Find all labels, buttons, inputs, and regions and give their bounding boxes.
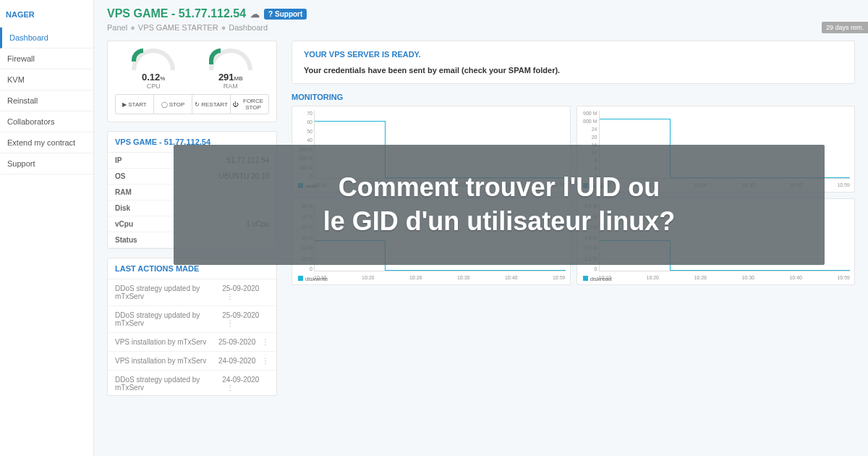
vps-controls: ▶ START ◯ STOP ↻ RESTART ⏻ FORCE STOP [115,94,269,114]
action-item: DDoS strategy updated by mTxServ25-09-20… [108,306,276,333]
ready-text: Your credentials have been sent by email… [304,66,843,75]
stop-button[interactable]: ◯ STOP [154,95,192,114]
ram-gauge: 291MB RAM [198,48,263,90]
monitoring-title: MONITORING [292,93,855,101]
restart-button[interactable]: ↻ RESTART [192,95,231,114]
action-item: DDoS strategy updated by mTxServ25-09-20… [108,279,276,306]
cpu-gauge: 0.12% CPU [121,48,186,90]
action-item: DDoS strategy updated by mTxServ24-09-20… [108,371,276,395]
ready-title: YOUR VPS SERVER IS READY. [304,50,843,59]
overlay-title: Comment trouver l'UID ou le GID d'un uti… [174,145,825,265]
gauge-panel: 0.12% CPU 291MB RAM ▶ START ◯ STOP ↻ RES… [107,41,277,122]
sidebar-title: NAGER [0,7,93,22]
ready-panel: YOUR VPS SERVER IS READY. Your credentia… [292,41,855,84]
support-button[interactable]: ? Support [264,9,307,20]
sidebar-item-reinstall[interactable]: Reinstall [0,90,93,111]
action-item: VPS installation by mTxServ24-09-2020 ⋮ [108,352,276,371]
sidebar: NAGER DashboardFirewallKVMReinstallColla… [0,0,94,456]
sidebar-item-extend-my-contract[interactable]: Extend my contract [0,132,93,153]
sidebar-item-dashboard[interactable]: Dashboard [0,28,93,48]
page-title: VPS GAME - 51.77.112.54 ☁ ? Support [107,7,855,20]
sidebar-item-support[interactable]: Support [0,153,93,174]
page-title-text: VPS GAME - 51.77.112.54 [107,7,246,20]
sidebar-item-kvm[interactable]: KVM [0,69,93,90]
actions-panel: LAST ACTIONS MADE DDoS strategy updated … [107,258,277,396]
sidebar-item-firewall[interactable]: Firewall [0,48,93,69]
force-stop-button[interactable]: ⏻ FORCE STOP [231,95,268,114]
start-button[interactable]: ▶ START [116,95,154,114]
breadcrumb: Panel●VPS GAME STARTER●Dashboard [107,23,855,32]
action-item: VPS installation by mTxServ25-09-2020 ⋮ [108,333,276,352]
cloud-icon: ☁ [250,9,260,20]
sidebar-item-collaborators[interactable]: Collaborators [0,111,93,132]
days-remaining-badge: 29 days rem. [822,22,868,33]
